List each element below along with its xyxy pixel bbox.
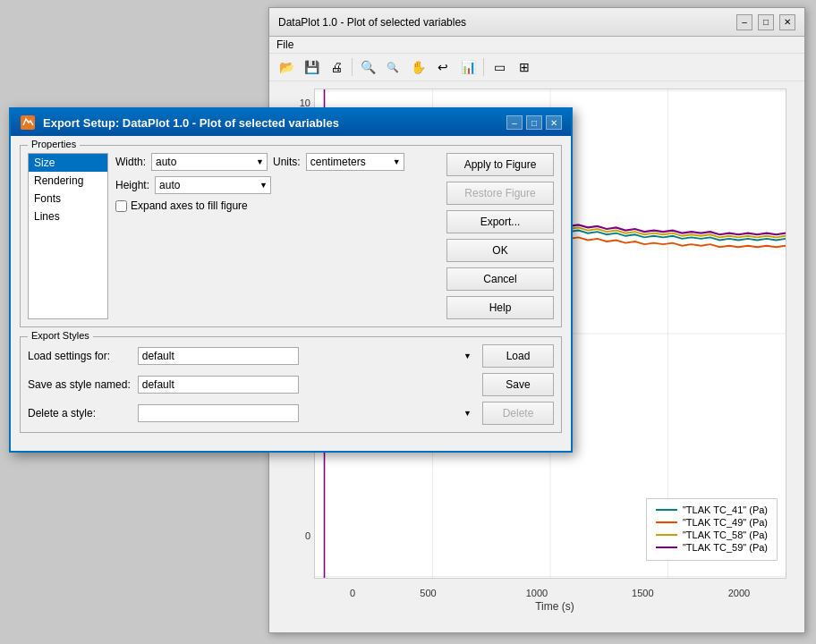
svg-rect-7 [21, 115, 35, 130]
zoom-in-icon[interactable]: 🔍 [356, 56, 379, 78]
prop-item-size[interactable]: Size [29, 154, 107, 172]
width-label: Width: [115, 156, 146, 168]
action-buttons: Apply to Figure Restore Figure Export...… [446, 153, 554, 319]
legend-label-4: "TLAK TC_59" (Pa) [683, 542, 768, 553]
dialog-title-text: Export Setup: DataPlot 1.0 - Plot of sel… [43, 116, 339, 130]
units-label: Units: [273, 156, 301, 168]
width-select-wrapper: auto 4 6 8 [151, 153, 268, 171]
dialog-title-area: Export Setup: DataPlot 1.0 - Plot of sel… [20, 114, 339, 131]
help-button[interactable]: Help [446, 296, 554, 319]
prop-item-rendering[interactable]: Rendering [29, 172, 107, 190]
plot-titlebar: DataPlot 1.0 - Plot of selected variable… [269, 8, 804, 37]
plot-close-button[interactable]: ✕ [779, 14, 795, 30]
load-select-wrapper: default [138, 347, 475, 365]
properties-layout: Size Rendering Fonts Lines Width: auto 4 [28, 153, 554, 319]
export-setup-dialog: Export Setup: DataPlot 1.0 - Plot of sel… [9, 107, 573, 453]
properties-group: Properties Size Rendering Fonts Lines Wi… [20, 145, 562, 327]
save-style-label: Save as style named: [28, 378, 131, 391]
export-styles-grid: Load settings for: default Load Save as … [28, 344, 554, 425]
dialog-maximize-button[interactable]: □ [526, 115, 542, 130]
delete-style-label: Delete a style: [28, 407, 131, 419]
zoom-out-icon[interactable]: 🔍 [381, 56, 404, 78]
legend-line-4 [656, 547, 677, 548]
legend-line-3 [656, 534, 677, 536]
legend-line-1 [656, 509, 677, 511]
legend-label-1: "TLAK TC_41" (Pa) [683, 504, 768, 515]
x-label-0: 0 [350, 588, 355, 598]
properties-content: Width: auto 4 6 8 Units: [115, 153, 439, 319]
plot-menubar: File [269, 37, 804, 54]
restore-figure-button[interactable]: Restore Figure [446, 182, 554, 205]
plot-minimize-button[interactable]: – [736, 14, 752, 30]
expand-axes-label: Expand axes to fill figure [131, 199, 248, 212]
toolbar-separator-1 [352, 58, 353, 76]
print-icon[interactable]: 🖨 [325, 56, 348, 78]
delete-button[interactable]: Delete [482, 402, 554, 425]
open-icon[interactable]: 📂 [275, 56, 298, 78]
height-label: Height: [115, 179, 149, 191]
chart-legend: "TLAK TC_41" (Pa) "TLAK TC_49" (Pa) "TLA… [646, 498, 778, 561]
dialog-close-button[interactable]: ✕ [546, 115, 562, 130]
grid-icon[interactable]: ⊞ [513, 56, 536, 78]
export-styles-group: Export Styles Load settings for: default… [20, 336, 562, 433]
load-settings-label: Load settings for: [28, 350, 131, 362]
properties-group-label: Properties [28, 139, 80, 149]
window-icon[interactable]: ▭ [488, 56, 511, 78]
width-row: Width: auto 4 6 8 Units: [115, 153, 439, 171]
properties-list: Size Rendering Fonts Lines [28, 153, 108, 319]
load-button[interactable]: Load [482, 344, 554, 368]
dialog-minimize-button[interactable]: – [506, 115, 523, 130]
width-select[interactable]: auto 4 6 8 [151, 153, 268, 171]
units-select[interactable]: centimeters inches pixels normalized [306, 153, 404, 171]
plot-maximize-button[interactable]: □ [758, 14, 774, 30]
toolbar-separator-2 [483, 58, 484, 76]
x-axis-title: Time (s) [535, 600, 574, 613]
x-label-1000: 1000 [526, 588, 548, 598]
height-select[interactable]: auto 3 4 6 [155, 176, 271, 194]
x-axis: 0 500 1000 1500 2000 Time (s) [314, 579, 795, 614]
legend-label-3: "TLAK TC_58" (Pa) [683, 530, 768, 540]
x-label-1500: 1500 [632, 588, 653, 598]
y-label-0: 0 [305, 530, 310, 541]
dialog-body: Properties Size Rendering Fonts Lines Wi… [11, 136, 571, 451]
height-row: Height: auto 3 4 6 [115, 176, 439, 194]
height-select-wrapper: auto 3 4 6 [155, 176, 271, 194]
x-label-500: 500 [420, 588, 436, 598]
x-label-2000: 2000 [728, 588, 750, 598]
expand-axes-row: Expand axes to fill figure [115, 199, 439, 212]
plot-window-title: DataPlot 1.0 - Plot of selected variable… [278, 16, 466, 29]
file-menu[interactable]: File [276, 38, 293, 51]
save-button[interactable]: Save [482, 373, 554, 396]
ok-button[interactable]: OK [446, 239, 554, 262]
legend-label-2: "TLAK TC_49" (Pa) [683, 517, 768, 528]
matlab-icon [20, 114, 36, 131]
units-select-wrapper: centimeters inches pixels normalized [306, 153, 404, 171]
apply-to-figure-button[interactable]: Apply to Figure [446, 153, 554, 176]
chart-icon[interactable]: 📊 [456, 56, 480, 78]
prop-item-fonts[interactable]: Fonts [29, 190, 107, 208]
dialog-title-buttons: – □ ✕ [506, 115, 562, 130]
plot-titlebar-buttons: – □ ✕ [736, 14, 795, 30]
save-style-input[interactable] [138, 376, 299, 394]
save-icon[interactable]: 💾 [300, 56, 323, 78]
expand-axes-checkbox[interactable] [115, 200, 127, 212]
dialog-titlebar: Export Setup: DataPlot 1.0 - Plot of sel… [11, 109, 571, 136]
legend-item-4: "TLAK TC_59" (Pa) [656, 542, 768, 553]
cancel-button[interactable]: Cancel [446, 267, 554, 291]
delete-style-select[interactable] [138, 404, 299, 422]
export-button[interactable]: Export... [446, 210, 554, 233]
pan-icon[interactable]: ✋ [406, 56, 429, 78]
load-settings-select[interactable]: default [138, 347, 299, 365]
delete-select-wrapper [138, 404, 475, 422]
legend-item-2: "TLAK TC_49" (Pa) [656, 517, 768, 528]
undo-icon[interactable]: ↩ [431, 56, 455, 78]
export-styles-label: Export Styles [28, 330, 93, 341]
legend-item-3: "TLAK TC_58" (Pa) [656, 530, 768, 540]
prop-item-lines[interactable]: Lines [29, 208, 107, 225]
legend-line-2 [656, 521, 677, 523]
legend-item-1: "TLAK TC_41" (Pa) [656, 504, 768, 515]
plot-toolbar: 📂 💾 🖨 🔍 🔍 ✋ ↩ 📊 ▭ ⊞ [269, 54, 804, 81]
